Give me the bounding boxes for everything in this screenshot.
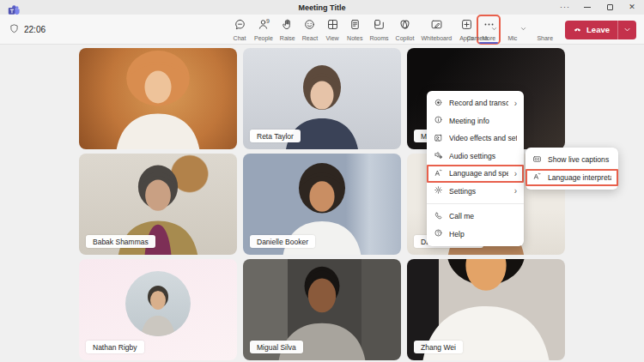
view-icon: [326, 18, 339, 34]
whiteboard-icon: [430, 18, 443, 34]
video-tile-nathan-rigby[interactable]: Nathan Rigby: [79, 259, 237, 360]
chevron-right-icon: ›: [514, 186, 517, 196]
menu-item-label: Language and speech: [449, 169, 508, 178]
chat-button[interactable]: Chat: [228, 15, 251, 44]
menu-item-show-live-captions[interactable]: Show live captions: [526, 151, 618, 169]
avatar: [125, 271, 191, 336]
mic-label: Mic: [507, 35, 517, 41]
video-tile-participant-1[interactable]: [79, 48, 237, 149]
notes-icon: [349, 18, 361, 34]
timer-value: 22:06: [24, 25, 46, 34]
menu-item-label: Record and transcribe: [449, 99, 508, 107]
menu-item-help[interactable]: Help: [427, 226, 524, 244]
copilot-label: Copilot: [396, 35, 415, 41]
copilot-button[interactable]: Copilot: [392, 15, 418, 44]
react-button[interactable]: React: [299, 15, 321, 44]
menu-item-video-effects-and-settings[interactable]: Video effects and settings: [427, 130, 524, 148]
window-more-button[interactable]: ···: [560, 3, 570, 13]
meeting-stage: Reta TaylorMona Babak Shammas Danielle B…: [0, 45, 644, 362]
video-tile-zhang-wei[interactable]: Zhang Wei: [407, 259, 565, 360]
language-submenu: Show live captionsLanguage interpretatio…: [526, 148, 618, 190]
camera-chevron-down-icon[interactable]: [490, 21, 498, 28]
toolbar-buttons: Chat9PeopleRaiseReactViewNotesRoomsCopil…: [228, 15, 500, 45]
menu-item-language-interpretation[interactable]: Language interpretation: [526, 169, 618, 187]
meeting-timer: 22:06: [9, 15, 46, 45]
video-tile-danielle-booker[interactable]: Danielle Booker: [243, 154, 401, 255]
call-icon: [434, 211, 443, 222]
menu-item-language-and-speech[interactable]: Language and speech›: [427, 165, 524, 183]
copilot-icon: [398, 18, 411, 34]
menu-item-label: Settings: [449, 187, 508, 196]
camera-label: Camera: [467, 35, 489, 41]
view-button[interactable]: View: [321, 15, 343, 44]
meeting-toolbar: 22:06 Chat9PeopleRaiseReactViewNotesRoom…: [0, 15, 644, 45]
people-label: People: [254, 35, 273, 41]
leave-label: Leave: [586, 25, 610, 34]
participant-name-tag: Nathan Rigby: [86, 341, 144, 353]
captions-icon: [532, 154, 542, 166]
leave-chevron-down-icon[interactable]: [618, 25, 636, 34]
titlebar: Meeting Title ··· ✕: [0, 0, 644, 15]
people-button[interactable]: 9People: [251, 15, 276, 44]
whiteboard-label: Whiteboard: [421, 35, 452, 41]
share-label: Share: [537, 35, 553, 41]
people-count-badge: 9: [266, 18, 270, 24]
notes-label: Notes: [347, 35, 362, 41]
menu-item-label: Call me: [449, 212, 517, 220]
rooms-label: Rooms: [369, 35, 388, 41]
view-label: View: [326, 35, 339, 41]
shield-icon: [9, 23, 20, 36]
rooms-icon: [373, 18, 386, 34]
more-menu: Record and transcribe›Meeting infoVideo …: [427, 91, 524, 246]
audio-settings-icon: [434, 150, 443, 161]
menu-item-call-me[interactable]: Call me: [427, 208, 524, 226]
chat-label: Chat: [234, 35, 246, 41]
share-button[interactable]: Share: [535, 17, 555, 43]
menu-item-audio-settings[interactable]: Audio settings: [427, 148, 524, 166]
raise-hand-icon: [281, 18, 294, 34]
info-icon: [434, 115, 443, 126]
menu-item-label: Video effects and settings: [449, 134, 517, 142]
participant-name-tag: Babak Shammas: [86, 235, 155, 248]
video-effects-icon: [434, 133, 443, 144]
menu-item-settings[interactable]: Settings›: [427, 183, 524, 201]
rooms-button[interactable]: Rooms: [366, 15, 392, 44]
raise-button[interactable]: Raise: [276, 15, 299, 44]
mic-button[interactable]: Mic: [506, 17, 519, 43]
window-close-button[interactable]: ✕: [627, 3, 637, 13]
menu-divider: [427, 203, 524, 204]
settings-gear-icon: [434, 185, 443, 196]
device-buttons: CameraMicShareLeave: [465, 15, 636, 45]
menu-item-label: Help: [449, 230, 517, 238]
menu-item-meeting-info[interactable]: Meeting info: [427, 112, 524, 130]
raise-label: Raise: [280, 35, 295, 41]
video-tile-migual-silva[interactable]: Migual Silva: [243, 259, 401, 360]
window-title: Meeting Title: [0, 3, 644, 12]
help-icon: [434, 228, 443, 239]
participant-silhouette: [79, 48, 237, 149]
participant-name-tag: Reta Taylor: [250, 130, 301, 142]
menu-item-label: Meeting info: [449, 117, 517, 125]
menu-item-record-and-transcribe[interactable]: Record and transcribe›: [427, 94, 524, 112]
react-label: React: [302, 35, 318, 41]
record-icon: [434, 98, 443, 109]
menu-item-label: Language interpretation: [548, 173, 611, 182]
participant-name-tag: Danielle Booker: [250, 235, 315, 248]
menu-item-label: Show live captions: [548, 155, 611, 164]
chat-icon: [234, 18, 246, 34]
video-tile-babak-shammas[interactable]: Babak Shammas: [79, 154, 237, 255]
chevron-right-icon: ›: [514, 169, 517, 178]
menu-item-label: Audio settings: [449, 152, 517, 160]
window-minimize-button[interactable]: [582, 3, 592, 13]
mic-chevron-down-icon[interactable]: [519, 21, 527, 28]
language-icon: [434, 168, 443, 179]
camera-button[interactable]: Camera: [465, 17, 490, 43]
leave-button[interactable]: Leave: [565, 21, 636, 39]
chevron-right-icon: ›: [514, 99, 517, 108]
whiteboard-button[interactable]: Whiteboard: [417, 15, 455, 44]
notes-button[interactable]: Notes: [343, 15, 366, 44]
react-icon: [303, 18, 316, 34]
window-maximize-button[interactable]: [605, 3, 615, 13]
participant-name-tag: Migual Silva: [250, 341, 303, 353]
video-tile-reta-taylor[interactable]: Reta Taylor: [243, 48, 401, 149]
